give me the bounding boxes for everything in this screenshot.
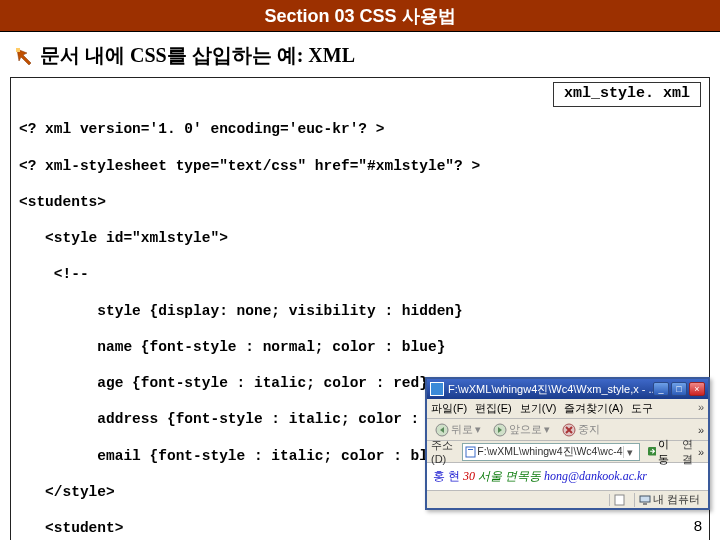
page-icon bbox=[465, 446, 477, 458]
computer-icon bbox=[639, 494, 651, 506]
page-subtitle: 문서 내에 CSS를 삽입하는 예: XML bbox=[40, 42, 355, 69]
filename-badge: xml_style. xml bbox=[553, 82, 701, 107]
go-button[interactable]: 이동 bbox=[644, 435, 678, 469]
window-buttons: _ □ × bbox=[653, 382, 705, 396]
address-label: 주소(D) bbox=[431, 438, 458, 465]
rendered-email: hong@dankook.ac.kr bbox=[544, 469, 647, 483]
menu-tools[interactable]: 도구 bbox=[631, 401, 653, 416]
bullet-icon bbox=[14, 46, 34, 66]
status-zone: 내 컴퓨터 bbox=[634, 493, 704, 507]
status-ssl bbox=[609, 494, 630, 506]
menu-file[interactable]: 파일(F) bbox=[431, 401, 467, 416]
close-button[interactable]: × bbox=[689, 382, 705, 396]
section-title: Section 03 CSS 사용법 bbox=[264, 4, 455, 28]
forward-arrow-icon bbox=[493, 423, 507, 437]
titlebar[interactable]: F:\wXML\whingw4진\Wc4\Wxm_style,x - ... _… bbox=[427, 379, 708, 399]
stop-button[interactable]: 중지 bbox=[558, 420, 604, 439]
menu-overflow-icon[interactable]: » bbox=[698, 401, 704, 416]
menu-view[interactable]: 보기(V) bbox=[520, 401, 557, 416]
stop-icon bbox=[562, 423, 576, 437]
statusbar: 내 컴퓨터 bbox=[427, 490, 708, 508]
code-line: <style id="xmlstyle"> bbox=[19, 229, 701, 247]
section-header: Section 03 CSS 사용법 bbox=[0, 0, 720, 32]
subtitle-row: 문서 내에 CSS를 삽입하는 예: XML bbox=[0, 32, 720, 77]
svg-rect-10 bbox=[643, 503, 647, 505]
menubar: 파일(F) 편집(E) 보기(V) 즐겨찾기(A) 도구 » bbox=[427, 399, 708, 419]
go-arrow-icon bbox=[648, 446, 657, 458]
code-line: <students> bbox=[19, 193, 701, 211]
rendered-age: 30 bbox=[463, 469, 475, 483]
menu-edit[interactable]: 편집(E) bbox=[475, 401, 512, 416]
rendered-name: 홍 현 bbox=[433, 469, 460, 483]
forward-button[interactable]: 앞으로 ▾ bbox=[489, 420, 554, 439]
svg-rect-5 bbox=[466, 447, 475, 457]
code-line: <? xml version='1. 0' encoding='euc-kr'?… bbox=[19, 120, 701, 138]
dropdown-arrow-icon: ▾ bbox=[544, 423, 550, 436]
toolbar-overflow-icon: » bbox=[698, 446, 704, 458]
titlebar-text: F:\wXML\whingw4진\Wc4\Wxm_style,x - ... bbox=[448, 382, 653, 397]
code-line: <!-- bbox=[19, 265, 701, 283]
toolbar-address: 주소(D) F:\wXML\whingw4진\Wc4\wc-4 ▾ 이동 연결 … bbox=[427, 441, 708, 463]
page-status-icon bbox=[614, 494, 626, 506]
dropdown-arrow-icon[interactable]: ▾ bbox=[623, 446, 637, 458]
code-line: <? xml-stylesheet type="text/css" href="… bbox=[19, 157, 701, 175]
address-bar[interactable]: F:\wXML\whingw4진\Wc4\wc-4 ▾ bbox=[462, 443, 639, 461]
svg-rect-6 bbox=[468, 449, 473, 450]
minimize-button[interactable]: _ bbox=[653, 382, 669, 396]
code-line: style {display: none; visibility : hidde… bbox=[19, 302, 701, 320]
svg-rect-1 bbox=[16, 48, 20, 52]
menu-favorites[interactable]: 즐겨찾기(A) bbox=[564, 401, 623, 416]
back-arrow-icon bbox=[435, 423, 449, 437]
ie-icon bbox=[430, 382, 444, 396]
svg-rect-8 bbox=[615, 495, 624, 505]
maximize-button[interactable]: □ bbox=[671, 382, 687, 396]
address-text: F:\wXML\whingw4진\Wc4\wc-4 bbox=[477, 445, 622, 459]
svg-rect-9 bbox=[640, 496, 650, 502]
rendered-address: 서울 면목동 bbox=[478, 469, 541, 483]
browser-window: F:\wXML\whingw4진\Wc4\Wxm_style,x - ... _… bbox=[425, 377, 710, 510]
code-line: name {font-style : normal; color : blue} bbox=[19, 338, 701, 356]
toolbar-overflow-icon[interactable]: » bbox=[698, 424, 704, 436]
code-line: <student> bbox=[19, 519, 701, 537]
dropdown-arrow-icon: ▾ bbox=[475, 423, 481, 436]
page-number: 8 bbox=[694, 517, 702, 534]
back-button[interactable]: 뒤로 ▾ bbox=[431, 420, 485, 439]
links-label[interactable]: 연결 » bbox=[682, 437, 704, 467]
